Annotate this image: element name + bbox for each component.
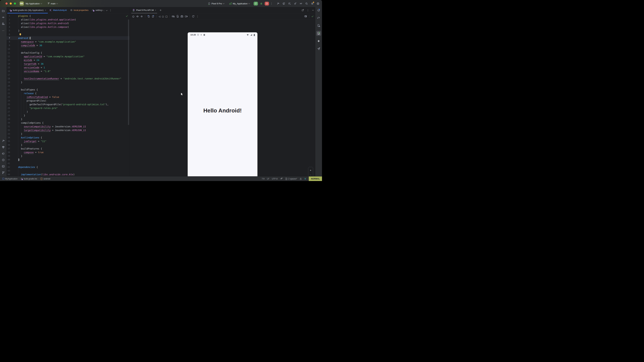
code-line[interactable]: 41 [6,162,130,165]
device-manager-tool-button[interactable] [316,23,321,28]
close-window-button[interactable] [6,2,8,4]
commit-tool-button[interactable] [1,15,6,20]
breadcrumb-project[interactable]: MyApplication [2,178,18,180]
code-line[interactable]: 15 versionCode = 1 [6,66,130,69]
code-line[interactable]: 33 } [6,132,130,136]
code-line[interactable]: 8 namespace = "com.example.myapplication… [6,40,130,43]
rerun-button[interactable] [254,2,258,5]
code-line[interactable]: 9 compileSdk = 36 [6,43,130,47]
rotate-left-icon[interactable] [147,15,150,18]
code-line[interactable]: 7android { [6,36,130,40]
line-separator-widget[interactable]: LF [267,178,269,180]
close-tab-icon[interactable]: × [155,9,156,11]
tab-build-gradle[interactable]: K build.gradle.kts (My Application) × [8,7,48,13]
editor-options-kebab[interactable]: ⋮ [109,9,112,12]
code-line[interactable]: 12 applicationId = "com.example.myapplic… [6,55,130,58]
gradle-tool-button[interactable] [316,15,321,20]
code-line[interactable]: 19 } [6,80,130,84]
android-overview-button-icon[interactable]: □ [165,15,168,18]
power-button-icon[interactable] [132,15,135,18]
debug-button[interactable] [259,1,264,6]
volume-up-icon[interactable] [136,15,139,18]
code-line[interactable]: 21 buildTypes { [6,88,130,91]
tab-pixel-9-pro-api-34[interactable]: Pixel 9 Pro API 34 × [131,7,157,13]
emulator-more-kebab[interactable]: ⋮ [196,15,199,18]
code-line[interactable]: 43 [6,169,130,173]
rotate-right-icon[interactable] [152,15,154,18]
code-line[interactable]: 37 buildFeatures { [6,147,130,150]
code-line[interactable]: 40} [6,158,130,162]
code-line[interactable]: 25 getDefaultProguardFile("proguard-andr… [6,103,130,106]
close-tab-icon[interactable]: × [45,9,46,11]
code-line[interactable]: 24 proguardFiles( [6,99,130,103]
ui-check-icon[interactable] [304,15,307,18]
code-line[interactable]: 11 defaultConfig { [6,51,130,55]
resource-manager-tool-button[interactable] [1,21,6,26]
code-line[interactable]: 26 "proguard-rules.pro" [6,106,130,110]
build-button[interactable] [276,1,280,6]
running-devices-tool-button[interactable] [316,31,321,36]
code-line[interactable]: 39 } [6,154,130,158]
panel-options-kebab[interactable]: ⋮ [306,9,310,12]
zoom-out-button[interactable]: − [310,174,312,176]
device-screen[interactable]: 10:20 [188,32,258,181]
code-line[interactable]: 20 [6,84,130,88]
zoom-window-button[interactable] [14,2,16,4]
search-everywhere-button[interactable] [304,1,309,6]
code-line[interactable]: 44 implementation(libs.androidx.core.ktx… [6,173,130,176]
editor-scrollbar[interactable] [128,19,129,125]
project-tool-button[interactable] [1,8,6,13]
sync-project-button[interactable]: A [282,1,286,6]
caret-position-widget[interactable]: 7:9 [262,178,264,180]
code-line[interactable]: 1plugins { [6,14,130,18]
device-selector[interactable]: Pixel 9 Pro [207,2,226,5]
device-settings-icon[interactable] [176,15,179,18]
intention-bulb-icon[interactable] [20,33,21,35]
code-line[interactable]: 16 versionName = "1.0" [6,69,130,73]
code-line[interactable]: 23 isMinifyEnabled = false [6,95,130,99]
gemini-tool-button[interactable] [316,38,321,43]
screenshot-camera-icon[interactable] [180,15,183,18]
code-line[interactable]: 28 } [6,114,130,117]
restart-device-icon[interactable] [192,15,194,18]
code-line[interactable]: 30 compileOptions { [6,121,130,125]
profiler-button[interactable] [298,1,303,6]
zoom-in-button[interactable]: + [310,169,312,171]
branch-selector[interactable]: main [46,2,59,5]
code-line[interactable]: 29 } [6,117,130,121]
code-line[interactable]: 31 sourceCompatibility = JavaVersion.VER… [6,125,130,128]
code-line[interactable]: 10 [6,47,130,51]
android-home-button-icon[interactable]: ○ [162,15,164,18]
app-insights-tool-button[interactable] [316,46,321,51]
volume-down-icon[interactable] [140,15,143,18]
code-line[interactable]: 2 alias(libs.plugins.android.application… [6,18,130,21]
code-line[interactable]: 3 alias(libs.plugins.kotlin.android) [6,21,130,25]
indent-widget[interactable]: 2 spaces* [285,178,297,180]
code-line[interactable]: 22 release { [6,91,130,95]
code-line[interactable]: 6 [6,32,130,36]
code-line[interactable]: 13 minSdk = 24 [6,58,130,62]
tab-settings-gradle[interactable]: K settings.g [90,7,105,13]
vim-mode-badge[interactable]: NORMAL [309,176,322,181]
code-line[interactable]: 5} [6,29,130,32]
code-line[interactable]: 18 testInstrumentationRunner = "androidx… [6,77,130,80]
stop-button[interactable] [265,2,269,5]
terminal-tool-button[interactable] [1,164,6,169]
breadcrumb-element[interactable]: λ android [40,177,50,180]
inspections-ok-check-icon[interactable] [126,15,128,17]
code-line[interactable]: 42dependencies { [6,165,130,169]
unlocked-icon[interactable] [300,178,302,180]
breadcrumb-file[interactable]: K build.gradle.kts [20,178,37,180]
minimize-window-button[interactable] [10,2,12,4]
version-control-tool-button[interactable] [1,170,6,175]
code-line[interactable]: 36 } [6,143,130,147]
app-quality-insights-tool-button[interactable] [1,145,6,150]
tab-local-properties[interactable]: local.properties [68,7,90,13]
code-line[interactable]: 4 alias(libs.plugins.kotlin.compose) [6,25,130,29]
encoding-widget[interactable]: UTF-8 [272,178,278,180]
new-device-tab-plus[interactable]: + [160,8,162,12]
notifications-tool-button[interactable] [316,8,321,13]
code-editor[interactable]: 1plugins {2 alias(libs.plugins.android.a… [6,13,130,177]
code-line[interactable]: 34 kotlinOptions { [6,136,130,139]
run-config-selector[interactable]: My_Application [228,1,251,6]
